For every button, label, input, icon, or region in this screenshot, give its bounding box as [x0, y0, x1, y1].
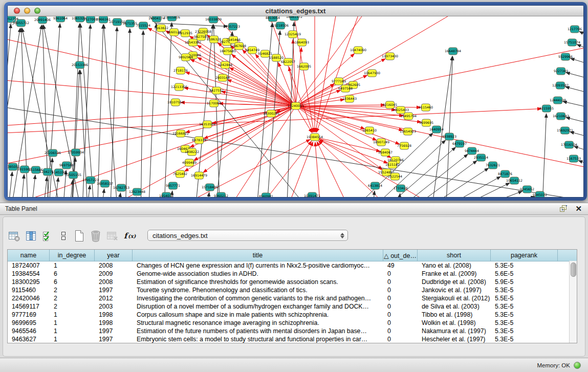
table-row[interactable]: 1456911722003Disruption of a novel membe…	[8, 302, 577, 311]
table-cell[interactable]: de Silva et al. (2003)	[418, 302, 491, 311]
graph-node[interactable]: 6966161	[96, 16, 111, 23]
graph-node[interactable]: 6413814	[368, 182, 382, 189]
graph-node[interactable]: 20153346	[72, 61, 88, 69]
table-row[interactable]: 977716911998Corpus callosum shape and si…	[8, 311, 577, 319]
table-cell[interactable]: 0	[383, 294, 418, 302]
table-cell[interactable]: 1998	[95, 319, 133, 327]
table-cell[interactable]: 49	[383, 261, 418, 270]
table-cell[interactable]: 14569117	[8, 302, 50, 311]
graph-node[interactable]: 16353594	[199, 121, 215, 128]
graph-node[interactable]: 9699695	[419, 119, 433, 126]
graph-node[interactable]: 10391471	[304, 192, 320, 197]
table-row[interactable]: 1938455462009Genome-wide association stu…	[8, 270, 577, 278]
table-cell[interactable]: 2012	[95, 294, 133, 302]
table-scrollbar-track[interactable]	[569, 261, 577, 343]
new-table-icon[interactable]	[74, 229, 85, 243]
graph-node[interactable]: 8813054	[266, 16, 280, 21]
zoom-window-button[interactable]	[34, 8, 40, 14]
table-cell[interactable]: 2008	[95, 261, 133, 270]
graph-edge[interactable]	[125, 29, 130, 197]
table-cell[interactable]: Tourette syndrome. Phenomenology and cla…	[133, 286, 383, 294]
graph-node[interactable]: 19384554	[307, 134, 323, 141]
graph-node[interactable]: 2718176	[173, 67, 188, 74]
table-cell[interactable]: 1997	[95, 335, 133, 343]
graph-node[interactable]: 1527002	[83, 16, 98, 23]
graph-node[interactable]: 9697588	[59, 162, 74, 169]
graph-edge[interactable]	[577, 45, 583, 51]
table-cell[interactable]: Nakamura et al. (1997)	[418, 327, 491, 335]
table-cell[interactable]: 1998	[95, 311, 133, 319]
graph-node[interactable]: 1662005	[297, 63, 311, 70]
table-cell[interactable]: 2	[50, 294, 95, 302]
graph-edge[interactable]	[82, 25, 91, 197]
table-cell[interactable]: 5.3E-5	[491, 311, 558, 319]
table-cell[interactable]: 5.9E-5	[491, 278, 558, 286]
table-cell[interactable]: Yano et al. (2008)	[418, 261, 491, 270]
graph-node[interactable]: 18107554	[167, 99, 184, 106]
table-cell[interactable]: 9115460	[8, 286, 50, 294]
table-cell[interactable]: Corpus callosum shape and size in male p…	[133, 311, 383, 319]
graph-edge[interactable]	[425, 168, 489, 197]
graph-edge[interactable]	[439, 177, 500, 197]
graph-node[interactable]: 1054013	[159, 192, 173, 197]
table-cell[interactable]: 19384554	[8, 270, 50, 278]
graph-edge[interactable]	[117, 193, 121, 197]
graph-node[interactable]: 16648784	[445, 48, 461, 55]
graph-edge[interactable]	[31, 175, 35, 197]
table-cell[interactable]: 6	[50, 270, 95, 278]
graph-node[interactable]: 1167533	[567, 155, 581, 162]
graph-edge[interactable]	[141, 31, 143, 197]
table-cell[interactable]: 0	[383, 327, 418, 335]
table-cell[interactable]: 2	[50, 286, 95, 294]
graph-edge[interactable]	[318, 141, 404, 197]
graph-node[interactable]: 2522544	[388, 173, 402, 180]
graph-node[interactable]: 20891406	[34, 16, 51, 24]
graph-node[interactable]: 16958107	[97, 180, 113, 187]
graph-node[interactable]: 6822057	[281, 58, 295, 65]
graph-node[interactable]: 9115460	[419, 104, 433, 111]
table-cell[interactable]: 9777169	[8, 311, 50, 319]
graph-edge[interactable]	[104, 25, 118, 197]
graph-node[interactable]: 9227349	[554, 68, 568, 75]
graph-edge[interactable]	[97, 25, 103, 197]
graph-edge[interactable]	[203, 106, 296, 172]
graph-edge[interactable]	[579, 31, 583, 38]
table-cell[interactable]: Wolkin et al. (1998)	[418, 319, 491, 327]
graph-node[interactable]: 7632621	[486, 162, 500, 169]
float-window-icon[interactable]	[559, 205, 568, 213]
window-resize-grip[interactable]	[8, 16, 17, 26]
graph-node[interactable]: 9361064	[53, 16, 68, 22]
table-cell[interactable]: Disruption of a novel member of a sodium…	[133, 302, 383, 311]
table-cell[interactable]: 9699695	[8, 319, 50, 327]
graph-node[interactable]: 8471876	[498, 170, 512, 178]
graph-node[interactable]: 16210643	[553, 113, 569, 120]
column-header-out_de[interactable]: △ out_de…	[383, 250, 418, 261]
graph-node[interactable]: 1145190	[52, 169, 66, 176]
select-columns-icon[interactable]	[25, 229, 37, 243]
graph-node[interactable]: 19166822	[172, 130, 189, 137]
graph-node[interactable]: 8215955	[539, 105, 554, 112]
function-builder-icon[interactable]: f(x)	[123, 229, 138, 243]
graph-node[interactable]: 9857771	[166, 182, 180, 189]
table-cell[interactable]: 5.5E-5	[491, 294, 558, 302]
graph-node[interactable]: 9242848	[218, 61, 232, 69]
table-cell[interactable]: 5.3E-5	[491, 335, 558, 343]
table-cell[interactable]: 5.3E-5	[491, 327, 558, 335]
graph-edge[interactable]	[565, 87, 583, 94]
graph-node[interactable]: 15654923	[400, 128, 416, 135]
table-cell[interactable]: 5.3E-5	[491, 302, 558, 311]
graph-edge[interactable]	[296, 48, 301, 106]
graph-node[interactable]: 1065410	[362, 127, 377, 134]
graph-edge[interactable]	[412, 161, 477, 197]
table-cell[interactable]: Investigating the contribution of common…	[133, 294, 383, 302]
table-row[interactable]: 911546021997Tourette syndrome. Phenomeno…	[8, 286, 577, 294]
graph-node[interactable]: 16543382	[185, 39, 201, 46]
select-rows-icon[interactable]	[42, 229, 53, 243]
table-cell[interactable]: 0	[383, 335, 418, 343]
table-cell[interactable]: Tibbo et al. (1998)	[418, 311, 491, 319]
graph-edge[interactable]	[194, 25, 213, 197]
graph-node[interactable]: 9329966	[558, 53, 573, 60]
graph-node[interactable]: 1170065	[207, 100, 221, 107]
graph-node[interactable]: 17016504	[561, 141, 577, 148]
graph-node[interactable]: 8878334	[192, 137, 206, 144]
